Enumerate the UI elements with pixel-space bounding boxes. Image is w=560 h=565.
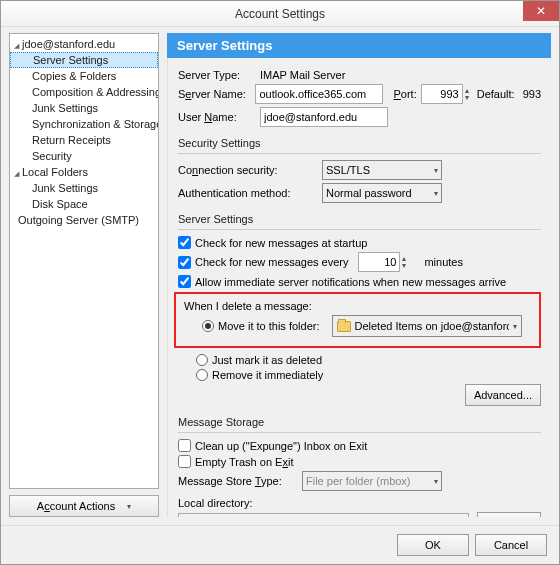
close-icon[interactable]: ✕ — [523, 1, 559, 21]
delete-message-highlight: When I delete a message: Move it to this… — [174, 292, 541, 348]
advanced-button[interactable]: Advanced... — [465, 384, 541, 406]
sidebar: jdoe@stanford.edu Server Settings Copies… — [9, 33, 159, 517]
deleted-items-folder-select[interactable]: Deleted Items on jdoe@stanford.edu ▾ — [332, 315, 522, 337]
chevron-down-icon: ▾ — [434, 477, 438, 486]
server-name-label: Server Name: — [178, 88, 251, 100]
tree-item-sync-storage[interactable]: Synchronization & Storage — [10, 116, 158, 132]
store-type-select: File per folder (mbox)▾ — [302, 471, 442, 491]
user-name-label: User Name: — [178, 111, 256, 123]
chevron-down-icon: ▾ — [513, 322, 517, 331]
chevron-down-icon: ▾ — [434, 166, 438, 175]
default-port-label: Default: — [477, 88, 515, 100]
titlebar: Account Settings ✕ — [1, 1, 559, 27]
connection-security-select[interactable]: SSL/TLS▾ — [322, 160, 442, 180]
check-startup-checkbox[interactable]: Check for new messages at startup — [178, 236, 367, 249]
tree-item-copies-folders[interactable]: Copies & Folders — [10, 68, 158, 84]
empty-trash-checkbox[interactable]: Empty Trash on Exit — [178, 455, 293, 468]
main-panel: Server Settings Server Type: IMAP Mail S… — [167, 33, 551, 517]
security-settings-title: Security Settings — [178, 137, 541, 149]
allow-notifications-checkbox[interactable]: Allow immediate server notifications whe… — [178, 275, 506, 288]
cleanup-inbox-checkbox[interactable]: Clean up ("Expunge") Inbox on Exit — [178, 439, 367, 452]
tree-item-lf-disk[interactable]: Disk Space — [10, 196, 158, 212]
folder-icon — [337, 321, 351, 332]
port-label: Port: — [393, 88, 416, 100]
window-title: Account Settings — [1, 7, 559, 21]
tree-item-composition[interactable]: Composition & Addressing — [10, 84, 158, 100]
tree-item-server-settings[interactable]: Server Settings — [10, 52, 158, 68]
user-name-input[interactable] — [260, 107, 388, 127]
store-type-label: Message Store Type: — [178, 475, 298, 487]
server-type-label: Server Type: — [178, 69, 256, 81]
check-interval-input[interactable] — [358, 252, 400, 272]
server-type-value: IMAP Mail Server — [260, 69, 345, 81]
tree-item-return-receipts[interactable]: Return Receipts — [10, 132, 158, 148]
browse-button[interactable]: Browse... — [477, 512, 541, 517]
account-actions-button[interactable]: Account Actions ▾ — [9, 495, 159, 517]
account-tree[interactable]: jdoe@stanford.edu Server Settings Copies… — [9, 33, 159, 489]
local-directory-label: Local directory: — [178, 497, 253, 509]
remove-immediately-radio[interactable]: Remove it immediately — [196, 369, 323, 381]
panel-title: Server Settings — [167, 33, 551, 58]
connection-security-label: Connection security: — [178, 164, 318, 176]
auth-method-label: Authentication method: — [178, 187, 318, 199]
minutes-label: minutes — [424, 256, 463, 268]
account-settings-window: Account Settings ✕ jdoe@stanford.edu Ser… — [0, 0, 560, 565]
tree-item-lf-junk[interactable]: Junk Settings — [10, 180, 158, 196]
cancel-button[interactable]: Cancel — [475, 534, 547, 556]
move-to-folder-radio[interactable]: Move it to this folder: — [202, 320, 320, 332]
chevron-down-icon: ▾ — [127, 502, 131, 511]
tree-item-security[interactable]: Security — [10, 148, 158, 164]
server-settings-title: Server Settings — [178, 213, 541, 225]
default-port-value: 993 — [523, 88, 541, 100]
tree-local-folders[interactable]: Local Folders — [10, 164, 158, 180]
tree-outgoing-smtp[interactable]: Outgoing Server (SMTP) — [10, 212, 158, 228]
chevron-down-icon: ▾ — [434, 189, 438, 198]
tree-item-junk[interactable]: Junk Settings — [10, 100, 158, 116]
tree-account-jdoe[interactable]: jdoe@stanford.edu — [10, 36, 158, 52]
port-input[interactable] — [421, 84, 463, 104]
spinner-icon[interactable]: ▴▾ — [465, 87, 469, 101]
check-every-checkbox[interactable]: Check for new messages every — [178, 256, 348, 269]
message-storage-title: Message Storage — [178, 416, 541, 428]
server-name-input[interactable] — [255, 84, 383, 104]
spinner-icon[interactable]: ▴▾ — [402, 255, 406, 269]
delete-message-title: When I delete a message: — [184, 300, 531, 312]
ok-button[interactable]: OK — [397, 534, 469, 556]
auth-method-select[interactable]: Normal password▾ — [322, 183, 442, 203]
local-directory-input[interactable] — [178, 513, 469, 517]
dialog-footer: OK Cancel — [1, 525, 559, 564]
mark-deleted-radio[interactable]: Just mark it as deleted — [196, 354, 322, 366]
